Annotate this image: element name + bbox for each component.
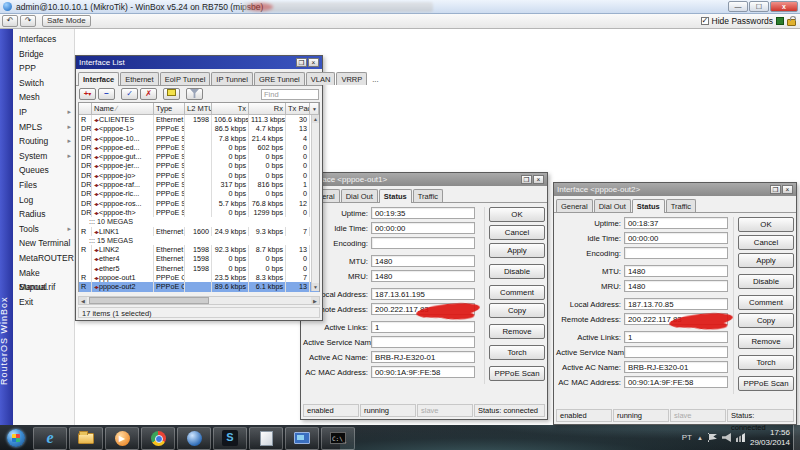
- field-value[interactable]: BRB-RJ-E320-01: [624, 361, 728, 373]
- table-header[interactable]: Name ∕ Type L2 MTU Tx Rx Tx Pac... ▼: [79, 103, 319, 115]
- column-picker-button[interactable]: ▼: [310, 103, 319, 114]
- ok-button[interactable]: OK: [738, 217, 794, 232]
- tab-vrrp[interactable]: VRRP: [336, 72, 367, 85]
- globe-icon[interactable]: [177, 427, 211, 450]
- interface-list-titlebar[interactable]: Interface List ❐ ×: [76, 56, 322, 69]
- table-row[interactable]: DR◂▸<pppoe-gut...PPPoE S...0 bps0 bps0: [79, 152, 319, 161]
- safe-mode-button[interactable]: Safe Mode: [42, 15, 91, 27]
- scroll-down-icon[interactable]: ▼: [312, 283, 319, 291]
- field-value[interactable]: 00:18:37: [624, 217, 728, 229]
- apply-button[interactable]: Apply: [489, 243, 545, 258]
- field-value[interactable]: 187.13.61.195: [371, 288, 475, 300]
- torch-button[interactable]: Torch: [489, 345, 545, 360]
- hide-passwords-checkbox[interactable]: [701, 17, 709, 25]
- tab-overflow[interactable]: ...: [368, 73, 382, 85]
- field-value[interactable]: 00:00:00: [624, 232, 728, 244]
- torch-button[interactable]: Torch: [738, 355, 794, 370]
- disable-button[interactable]: ✗: [140, 88, 157, 100]
- field-value[interactable]: [624, 247, 728, 259]
- comment-button[interactable]: Comment: [738, 295, 794, 310]
- dialog-titlebar[interactable]: Interface <pppoe-out2>❐×: [554, 183, 796, 196]
- table-comment-row[interactable]: ::: 10 MEGAS: [79, 217, 319, 226]
- tab-status[interactable]: Status: [632, 199, 665, 213]
- hidden-icons-chevron[interactable]: ▲: [697, 435, 703, 441]
- tab-vlan[interactable]: VLAN: [306, 72, 336, 85]
- dialog-titlebar[interactable]: Interface <pppoe-out1>❐×: [301, 173, 547, 186]
- table-row[interactable]: R◂▸pppoe-out1PPPoE C...23.5 kbps8.3 kbps…: [79, 273, 319, 282]
- field-value[interactable]: 1: [371, 321, 475, 333]
- table-row[interactable]: DR◂▸<pppoe-ros...PPPoE S...5.7 kbps76.8 …: [79, 199, 319, 208]
- tab-general[interactable]: General: [556, 199, 593, 212]
- tab-traffic[interactable]: Traffic: [666, 199, 696, 212]
- sidebar-item-files[interactable]: Files: [13, 178, 74, 193]
- close-icon[interactable]: ×: [308, 58, 319, 67]
- filter-button[interactable]: [186, 88, 203, 100]
- start-button[interactable]: [1, 427, 31, 450]
- media-player-icon[interactable]: ▶: [105, 427, 139, 450]
- volume-icon[interactable]: [722, 433, 731, 442]
- copy-button[interactable]: Copy: [489, 303, 545, 318]
- pppoe-scan-button[interactable]: PPPoE Scan: [738, 376, 794, 391]
- terminal-icon[interactable]: C:\_: [321, 427, 355, 450]
- ie-icon[interactable]: e: [33, 427, 67, 450]
- sidebar-item-mesh[interactable]: Mesh: [13, 90, 74, 105]
- scroll-right-icon[interactable]: ▶: [311, 297, 319, 304]
- vertical-scrollbar[interactable]: ▲ ▼: [311, 115, 319, 291]
- tab-ethernet[interactable]: Ethernet: [120, 72, 158, 85]
- sidebar-item-ip[interactable]: IP▸: [13, 105, 74, 120]
- table-row[interactable]: DR◂▸<pppoe-ed...PPPoE S...0 bps602 bps0: [79, 143, 319, 152]
- sidebar-item-log[interactable]: Log: [13, 193, 74, 208]
- ok-button[interactable]: OK: [489, 207, 545, 222]
- tab-eoip-tunnel[interactable]: EoIP Tunnel: [160, 72, 211, 85]
- field-value[interactable]: 00:90:1A:9F:FE:58: [371, 366, 475, 378]
- table-row[interactable]: DR◂▸<pppoe-ric...PPPoE S...0 bps0 bps0: [79, 189, 319, 198]
- field-value[interactable]: 1480: [371, 270, 475, 282]
- field-value[interactable]: 00:00:00: [371, 222, 475, 234]
- sidebar-item-make-supout-rif[interactable]: Make Supout.rif: [13, 266, 74, 281]
- comment-button[interactable]: Comment: [489, 285, 545, 300]
- show-desktop-button[interactable]: [793, 425, 800, 450]
- horizontal-scrollbar[interactable]: ◀ ▶: [78, 296, 320, 305]
- restore-icon[interactable]: ❐: [521, 175, 532, 184]
- tab-traffic[interactable]: Traffic: [413, 189, 443, 202]
- sidebar-item-ppp[interactable]: PPP: [13, 61, 74, 76]
- sidebar-item-radius[interactable]: Radius: [13, 207, 74, 222]
- chrome-icon[interactable]: [141, 427, 175, 450]
- table-row[interactable]: R◂▸LINK2Ethernet159892.3 kbps8.7 kbps13: [79, 245, 319, 254]
- tab-status[interactable]: Status: [379, 189, 412, 203]
- apply-button[interactable]: Apply: [738, 253, 794, 268]
- minimize-button[interactable]: —: [728, 1, 748, 12]
- remove-button[interactable]: Remove: [489, 324, 545, 339]
- keyboard-language-indicator[interactable]: PT: [682, 433, 692, 442]
- cancel-button[interactable]: Cancel: [489, 225, 545, 240]
- skype-icon[interactable]: S: [213, 427, 247, 450]
- field-value[interactable]: 187.13.70.85: [624, 298, 728, 310]
- field-value[interactable]: [371, 237, 475, 249]
- cancel-button[interactable]: Cancel: [738, 235, 794, 250]
- maximize-button[interactable]: ☐: [749, 1, 769, 12]
- sidebar-item-switch[interactable]: Switch: [13, 76, 74, 91]
- network-icon[interactable]: [736, 433, 745, 442]
- enable-button[interactable]: ✓: [121, 88, 138, 100]
- field-value[interactable]: 00:90:1A:9F:FE:58: [624, 376, 728, 388]
- sidebar-item-system[interactable]: System▸: [13, 149, 74, 164]
- scrollbar-thumb[interactable]: [89, 297, 209, 304]
- table-row[interactable]: R◂▸CLIENTESEthernet1598106.6 kbps111.3 k…: [79, 115, 319, 124]
- copy-button[interactable]: Copy: [738, 313, 794, 328]
- table-row[interactable]: R◂▸LINK1Ethernet160024.9 kbps9.3 kbps7: [79, 227, 319, 236]
- field-value[interactable]: 00:19:35: [371, 207, 475, 219]
- tab-gre-tunnel[interactable]: GRE Tunnel: [254, 72, 305, 85]
- redo-button[interactable]: ↷: [20, 15, 36, 27]
- notepad-icon[interactable]: [249, 427, 283, 450]
- tab-dial-out[interactable]: Dial Out: [594, 199, 631, 212]
- field-value[interactable]: [371, 336, 475, 348]
- disable-button[interactable]: Disable: [738, 274, 794, 289]
- sidebar-item-new-terminal[interactable]: New Terminal: [13, 236, 74, 251]
- explorer-icon[interactable]: [69, 427, 103, 450]
- sidebar-item-mpls[interactable]: MPLS▸: [13, 120, 74, 135]
- sidebar-item-queues[interactable]: Queues: [13, 163, 74, 178]
- field-value[interactable]: 1480: [624, 265, 728, 277]
- close-button[interactable]: x: [770, 1, 798, 12]
- table-row[interactable]: ◂▸ether5Ethernet15980 bps0 bps0: [79, 264, 319, 273]
- control-panel-icon[interactable]: [285, 427, 319, 450]
